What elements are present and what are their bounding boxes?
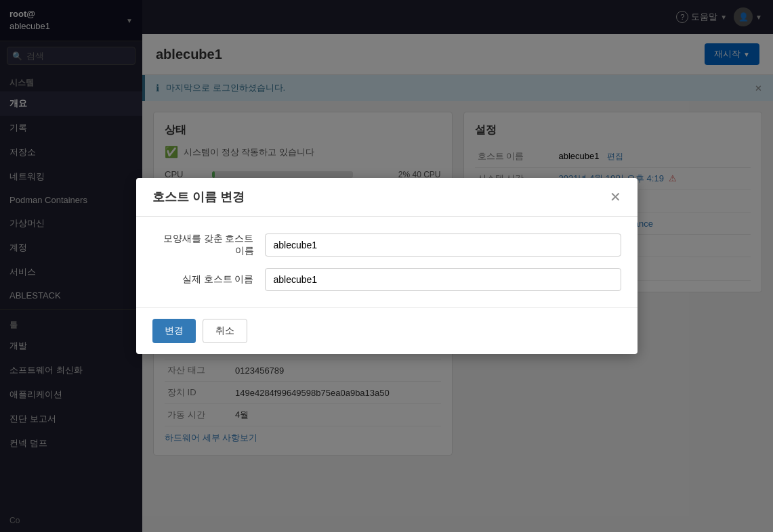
modal-footer: 변경 취소 xyxy=(136,307,638,354)
modal-header: 호스트 이름 변경 ✕ xyxy=(136,178,638,217)
modal-title: 호스트 이름 변경 xyxy=(152,189,245,205)
modal-field-pretty: 모양새를 갖춘 호스트 이름 xyxy=(152,233,621,257)
modal-field-pretty-label: 모양새를 갖춘 호스트 이름 xyxy=(152,233,254,257)
modal-field-real: 실제 호스트 이름 xyxy=(152,268,621,291)
modal-body: 모양새를 갖춘 호스트 이름 실제 호스트 이름 xyxy=(136,217,638,307)
modal-overlay: 호스트 이름 변경 ✕ 모양새를 갖춘 호스트 이름 실제 호스트 이름 변경 … xyxy=(0,0,773,532)
modal-cancel-button[interactable]: 취소 xyxy=(203,319,247,343)
modal-field-pretty-input[interactable] xyxy=(265,234,621,257)
modal-submit-button[interactable]: 변경 xyxy=(152,319,196,343)
modal-close-button[interactable]: ✕ xyxy=(610,190,621,204)
modal-field-real-input[interactable] xyxy=(265,268,621,291)
modal-field-real-label: 실제 호스트 이름 xyxy=(152,273,254,286)
hostname-change-modal: 호스트 이름 변경 ✕ 모양새를 갖춘 호스트 이름 실제 호스트 이름 변경 … xyxy=(136,178,638,354)
